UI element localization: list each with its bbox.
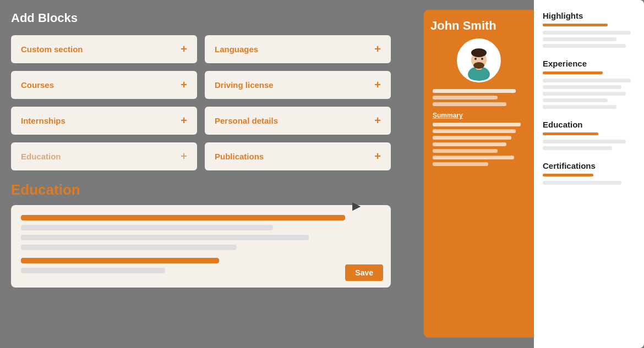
sidebar-education-section: Education: [543, 120, 635, 150]
personal-details-plus-icon: +: [374, 114, 381, 127]
education-block-button[interactable]: Education +: [11, 142, 197, 170]
education-sidebar-line-1: [543, 140, 626, 143]
highlights-line-2: [543, 37, 616, 41]
internships-button[interactable]: Internships +: [11, 107, 197, 135]
svg-point-4: [473, 62, 484, 69]
form-line-4: [21, 245, 237, 250]
experience-line-4: [543, 98, 608, 102]
experience-line-3: [543, 92, 626, 96]
experience-line-5: [543, 105, 616, 109]
summary-line-6: [433, 156, 514, 159]
certifications-line-1: [543, 181, 621, 185]
save-button[interactable]: Save: [345, 264, 383, 281]
education-section: Education Save: [11, 181, 391, 288]
resume-line-1: [433, 89, 516, 93]
resume-avatar: [457, 38, 501, 82]
resume-line-2: [433, 96, 498, 100]
education-sidebar-title: Education: [543, 120, 635, 129]
driving-license-label: Driving license: [215, 80, 274, 90]
svg-point-7: [481, 58, 483, 60]
languages-label: Languages: [215, 45, 258, 54]
right-sidebar: Highlights Experience Education Certific…: [534, 0, 644, 348]
certifications-title: Certifications: [543, 161, 635, 170]
personal-details-button[interactable]: Personal details +: [205, 107, 391, 135]
custom-section-button[interactable]: Custom section +: [11, 35, 197, 63]
left-panel: Add Blocks Custom section + Languages + …: [0, 0, 402, 348]
summary-line-3: [433, 136, 511, 140]
summary-line-2: [433, 129, 516, 133]
resume-avatar-wrapper: [430, 38, 527, 82]
experience-title: Experience: [543, 59, 635, 68]
page-title: Add Blocks: [11, 11, 391, 25]
education-section-title: Education: [11, 181, 391, 198]
resume-name: John Smith: [430, 19, 527, 33]
publications-label: Publications: [215, 152, 264, 161]
internships-plus-icon: +: [181, 114, 187, 127]
form-line-5: [21, 258, 219, 263]
driving-license-button[interactable]: Driving license +: [205, 71, 391, 99]
form-line-3: [21, 235, 309, 240]
education-sidebar-bar: [543, 132, 598, 135]
resume-info-lines: [430, 89, 527, 106]
summary-line-7: [433, 162, 488, 166]
highlights-title: Highlights: [543, 11, 635, 20]
sidebar-certifications-section: Certifications: [543, 161, 635, 185]
courses-label: Courses: [21, 80, 54, 90]
highlights-bar: [543, 24, 608, 26]
highlights-line-3: [543, 44, 626, 48]
education-block-plus-icon: +: [181, 150, 187, 163]
summary-line-4: [433, 142, 506, 146]
resume-summary-lines: [430, 123, 527, 166]
courses-plus-icon: +: [181, 79, 187, 91]
resume-line-3: [433, 102, 506, 106]
custom-section-plus-icon: +: [181, 43, 187, 56]
summary-line-1: [433, 123, 521, 126]
sidebar-experience-section: Experience: [543, 59, 635, 109]
summary-line-5: [433, 149, 498, 153]
courses-button[interactable]: Courses +: [11, 71, 197, 99]
experience-line-2: [543, 85, 621, 89]
education-sidebar-line-2: [543, 146, 612, 150]
publications-button[interactable]: Publications +: [205, 142, 391, 170]
custom-section-label: Custom section: [21, 45, 83, 54]
publications-plus-icon: +: [374, 150, 381, 163]
resume-summary-label: Summary: [430, 112, 527, 119]
experience-bar: [543, 71, 603, 74]
blocks-grid: Custom section + Languages + Courses + D…: [11, 35, 391, 170]
languages-button[interactable]: Languages +: [205, 35, 391, 63]
form-line-6: [21, 268, 165, 273]
internships-label: Internships: [21, 116, 66, 125]
resume-left-panel: John Smith: [424, 10, 534, 169]
languages-plus-icon: +: [374, 43, 381, 56]
education-form: Save: [11, 205, 391, 288]
driving-license-plus-icon: +: [374, 79, 381, 91]
svg-point-6: [474, 58, 477, 60]
certifications-bar: [543, 174, 593, 176]
personal-details-label: Personal details: [215, 116, 278, 125]
sidebar-highlights-section: Highlights: [543, 11, 635, 48]
svg-point-5: [471, 48, 487, 57]
form-line-1: [21, 215, 345, 220]
experience-line-1: [543, 79, 631, 82]
resume-preview: John Smith: [424, 10, 534, 338]
highlights-line-1: [543, 31, 631, 35]
form-line-2: [21, 225, 273, 230]
education-block-label: Education: [21, 152, 61, 161]
